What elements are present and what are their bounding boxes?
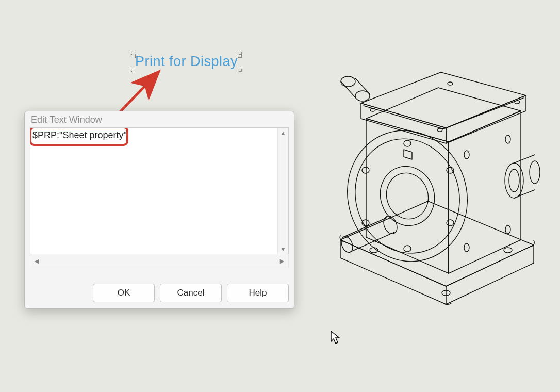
svg-point-21 xyxy=(355,91,370,101)
svg-point-3 xyxy=(515,101,520,104)
scroll-up-icon[interactable]: ▲ xyxy=(278,128,288,138)
svg-point-16 xyxy=(381,214,400,236)
vertical-scrollbar[interactable]: ▲ ▼ xyxy=(277,128,288,254)
text-area-container: ▲ ▼ xyxy=(30,127,289,255)
svg-point-4 xyxy=(448,82,453,85)
svg-point-23 xyxy=(505,135,510,143)
edit-text-window-dialog: Edit Text Window ▲ ▼ ◄ ► OK Cancel Help xyxy=(24,111,294,309)
help-button[interactable]: Help xyxy=(227,284,289,302)
edit-text-input[interactable] xyxy=(30,128,277,254)
svg-point-2 xyxy=(437,128,442,132)
svg-point-27 xyxy=(504,248,512,253)
dialog-footer: OK Cancel Help xyxy=(25,279,294,308)
svg-point-25 xyxy=(505,225,510,234)
svg-point-9 xyxy=(404,140,411,146)
svg-point-12 xyxy=(404,246,411,252)
scroll-right-icon[interactable]: ► xyxy=(276,254,288,268)
svg-point-19 xyxy=(530,161,540,184)
annotation-label: Print for Display xyxy=(135,54,238,69)
drawing-view-model[interactable] xyxy=(312,15,549,315)
selection-handle[interactable] xyxy=(239,69,242,72)
cancel-button[interactable]: Cancel xyxy=(160,284,222,302)
dialog-title: Edit Text Window xyxy=(25,111,294,127)
svg-point-22 xyxy=(464,151,469,159)
svg-point-11 xyxy=(447,220,454,226)
svg-point-18 xyxy=(509,169,519,192)
scroll-left-icon[interactable]: ◄ xyxy=(30,254,43,268)
svg-point-14 xyxy=(362,167,369,173)
cursor-icon xyxy=(330,330,341,345)
svg-point-7 xyxy=(373,159,442,233)
drawing-annotation-text[interactable]: Print for Display xyxy=(135,54,238,70)
horizontal-scrollbar[interactable]: ◄ ► xyxy=(30,254,289,268)
scroll-down-icon[interactable]: ▼ xyxy=(278,244,288,254)
ok-button[interactable]: OK xyxy=(93,284,155,302)
selection-handle[interactable] xyxy=(131,52,134,55)
svg-point-24 xyxy=(464,243,469,252)
dialog-body: ▲ ▼ ◄ ► xyxy=(30,127,289,279)
selection-handle[interactable] xyxy=(131,69,134,72)
selection-handle[interactable] xyxy=(239,52,242,55)
svg-point-20 xyxy=(341,76,355,87)
